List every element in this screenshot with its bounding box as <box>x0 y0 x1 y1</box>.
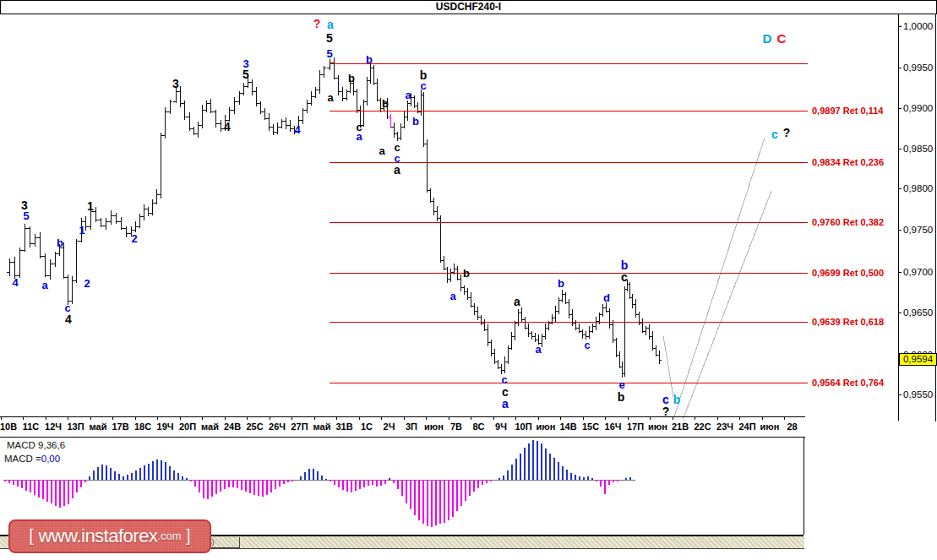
fibonacci-lines <box>330 63 808 383</box>
wave-label: b <box>348 73 355 84</box>
wave-label: b <box>412 116 419 127</box>
wave-label: 5 <box>23 210 29 221</box>
x-axis-label: 14В <box>559 421 576 432</box>
banner-tld: .com <box>157 530 181 542</box>
wave-label: c <box>64 302 70 313</box>
wave-label: a <box>394 164 400 176</box>
wave-label: 5 <box>242 68 249 80</box>
fib-level-label: 0,9699 Ret 0,500 <box>812 268 884 278</box>
wave-label: 4 <box>294 124 300 135</box>
fib-level-label: 0,9897 Ret 0,114 <box>812 106 883 116</box>
macd-value-prefix: MACD = <box>4 454 41 464</box>
fib-level-label: 0,9834 Ret 0,236 <box>812 157 884 167</box>
wave-label: b <box>621 259 629 271</box>
x-axis-label: 17В <box>112 421 128 432</box>
wave-label: 2 <box>84 278 90 289</box>
wave-label: c <box>394 153 400 164</box>
price-axis-label: 0,9950 <box>903 63 933 73</box>
x-axis-label: 26Ч <box>269 421 286 432</box>
x-axis-label: 31В <box>335 421 352 432</box>
x-axis-label: май <box>201 421 219 432</box>
price-axis-label: 0,9700 <box>903 267 933 277</box>
wave-label: a <box>514 296 520 307</box>
x-axis-label: 24В <box>224 421 241 432</box>
macd-value-label: MACD =0,00 <box>4 454 60 464</box>
wave-label: c <box>771 128 778 140</box>
x-axis-label: 23Ч <box>716 421 733 432</box>
current-price-tag: 0,9594 <box>899 353 937 366</box>
price-axis-label: 0,9550 <box>903 389 933 400</box>
wave-label: 2 <box>131 233 137 244</box>
x-axis-label: июн <box>648 421 667 432</box>
x-axis-label: 2Ч <box>384 421 395 432</box>
x-axis-label: июн <box>760 421 780 432</box>
wave-label: b <box>366 54 373 65</box>
x-axis-label: 18С <box>134 421 151 432</box>
fib-level-label: 0,9639 Ret 0,618 <box>812 317 884 327</box>
projection-lines <box>663 138 771 420</box>
instaforex-banner[interactable]: [ www.instaforex.com ] <box>8 519 211 553</box>
x-axis-label: 16Ч <box>605 421 622 432</box>
wave-label: b <box>57 237 63 248</box>
wave-label: d <box>603 292 610 303</box>
price-axis-label: 0,9650 <box>903 307 933 318</box>
x-axis-label: 17П <box>627 421 644 432</box>
wave-label: C <box>777 32 787 45</box>
fib-level-label: 0,9760 Ret 0,382 <box>812 217 884 227</box>
wave-label: 5 <box>326 32 333 44</box>
chart-window: USDCHF240-I 354abc4112234354?a55babbcaac… <box>0 0 937 560</box>
x-axis-label: май <box>313 421 331 432</box>
wave-label: a <box>41 280 47 291</box>
x-axis-label: 11С <box>23 421 40 432</box>
x-axis-label: 28 <box>787 421 797 432</box>
wave-label: b <box>382 98 389 109</box>
chart-title: USDCHF240-I <box>0 0 937 14</box>
price-axis-label: 1,0000 <box>903 21 933 31</box>
banner-bracket-right: ] <box>182 526 191 545</box>
wave-label: c <box>621 271 628 283</box>
macd-value: 0,00 <box>41 454 60 464</box>
wave-label: c <box>501 374 507 385</box>
wave-label: a <box>502 398 509 410</box>
wave-label: a <box>405 90 411 101</box>
wave-label: a <box>449 291 455 302</box>
x-axis-label: июн <box>424 421 444 432</box>
price-axis-label: 0,9900 <box>903 103 933 113</box>
wave-label: a <box>535 344 541 355</box>
x-axis-label: июн <box>537 421 556 432</box>
x-axis-label: 3П <box>406 421 417 432</box>
x-axis-label: 25С <box>246 421 263 432</box>
wave-label: b <box>618 391 625 403</box>
wave-label: 1 <box>87 200 94 212</box>
wave-label: b <box>558 278 564 289</box>
wave-label: D <box>763 32 772 45</box>
wave-label: ? <box>783 127 791 139</box>
price-axis-label: 0,9850 <box>903 144 933 154</box>
x-axis-label: 19Ч <box>157 421 174 432</box>
x-axis-label: 20П <box>179 421 196 432</box>
x-axis-label: 10В <box>0 421 17 432</box>
price-bars <box>7 57 662 378</box>
price-chart-canvas[interactable] <box>0 0 937 560</box>
wave-label: b <box>463 268 470 279</box>
wave-label: c <box>502 386 509 398</box>
x-axis-label: 13П <box>67 421 84 432</box>
x-axis-label: 12Ч <box>45 421 62 432</box>
wave-label: 1 <box>79 225 84 236</box>
wave-label: a <box>356 131 362 142</box>
wave-label: 5 <box>326 48 332 59</box>
x-axis-label: 7В <box>450 421 462 432</box>
wave-label: 4 <box>224 121 231 133</box>
wave-label: a <box>379 145 384 156</box>
x-axis-label: 8С <box>472 421 484 432</box>
wave-label: 4 <box>65 313 72 325</box>
x-axis-label: 27П <box>291 421 308 432</box>
price-axis-label: 0,9750 <box>903 225 933 235</box>
wave-label: c <box>420 80 426 91</box>
wave-label: b <box>673 394 681 405</box>
x-axis-label: 9Ч <box>495 421 507 432</box>
banner-domain: www.instaforex <box>38 525 157 546</box>
wave-label: a <box>327 19 334 30</box>
fib-level-label: 0,9564 Ret 0,764 <box>812 378 884 388</box>
wave-label: ? <box>662 405 670 417</box>
